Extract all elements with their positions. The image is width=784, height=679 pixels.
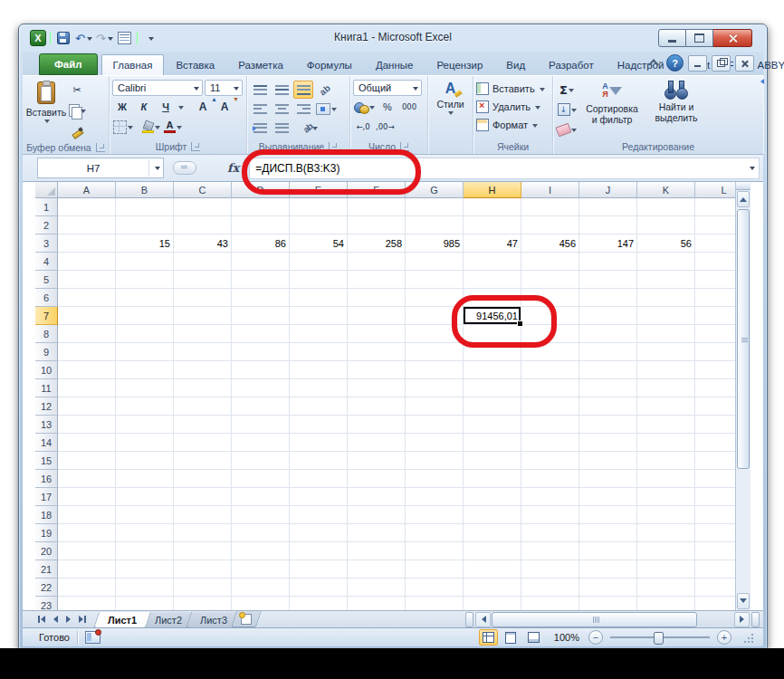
cell-F11[interactable] [348, 379, 406, 397]
cell-C21[interactable] [174, 560, 232, 579]
formula-bar-splitter[interactable] [173, 161, 196, 175]
cell-B14[interactable] [116, 434, 174, 452]
cell-H4[interactable] [464, 253, 521, 271]
delete-cells-button[interactable]: Удалить [476, 99, 550, 115]
cell-G16[interactable] [406, 470, 464, 488]
autosum-button[interactable]: Σ [556, 81, 578, 99]
cell-A7[interactable] [58, 307, 116, 325]
cell-C4[interactable] [174, 253, 232, 271]
grow-font-button[interactable]: А▲ [193, 98, 213, 116]
cell-E7[interactable] [290, 307, 348, 325]
increase-indent-button[interactable] [272, 119, 292, 137]
row-header-14[interactable]: 14 [35, 434, 58, 452]
cell-K12[interactable] [637, 397, 695, 416]
wrap-text-button[interactable]: ab [301, 119, 320, 137]
cell-A2[interactable] [58, 216, 116, 234]
cell-I7[interactable] [521, 307, 579, 325]
cell-E1[interactable] [290, 198, 348, 216]
copy-button[interactable] [67, 101, 87, 120]
italic-button[interactable]: К [134, 98, 154, 116]
cell-G18[interactable] [406, 506, 464, 524]
zoom-in-button[interactable]: + [717, 630, 731, 645]
horizontal-scroll-thumb[interactable] [492, 612, 697, 627]
cell-L3[interactable] [695, 234, 739, 253]
cell-H20[interactable] [464, 542, 521, 560]
cell-C12[interactable] [174, 397, 232, 416]
cell-K22[interactable] [637, 579, 695, 597]
column-header-I[interactable]: I [521, 182, 579, 198]
cell-D5[interactable] [232, 271, 290, 289]
cell-F7[interactable] [348, 307, 406, 325]
cell-D3[interactable]: 86 [232, 234, 290, 253]
cell-L13[interactable] [695, 416, 739, 434]
cell-E4[interactable] [290, 253, 348, 271]
cell-L10[interactable] [695, 361, 739, 379]
cell-H8[interactable] [464, 325, 521, 343]
cell-I5[interactable] [521, 271, 579, 289]
cell-D22[interactable] [232, 579, 290, 597]
row-header-18[interactable]: 18 [35, 506, 58, 524]
cell-H12[interactable] [464, 397, 521, 416]
cell-I3[interactable]: 456 [521, 234, 579, 253]
underline-button[interactable]: Ч [156, 98, 176, 116]
cell-D12[interactable] [232, 397, 290, 416]
cell-K20[interactable] [637, 542, 695, 560]
cell-H2[interactable] [464, 216, 521, 234]
cell-B4[interactable] [116, 253, 174, 271]
cell-F23[interactable] [348, 597, 406, 610]
cell-H16[interactable] [464, 470, 521, 488]
cell-C6[interactable] [174, 289, 232, 307]
ribbon-tab-Файл[interactable]: Файл [39, 53, 98, 75]
cell-G1[interactable] [406, 198, 464, 216]
cell-B11[interactable] [116, 379, 174, 397]
cell-C17[interactable] [174, 488, 232, 506]
resize-grip[interactable] [742, 632, 754, 644]
row-header-17[interactable]: 17 [35, 488, 58, 506]
cell-G20[interactable] [406, 542, 464, 560]
cell-B15[interactable] [116, 452, 174, 470]
ribbon-tab-Вид[interactable]: Вид [494, 54, 537, 75]
cell-L12[interactable] [695, 397, 739, 416]
sort-filter-button[interactable]: АЯ Сортировка и фильтр [579, 78, 645, 139]
cell-J12[interactable] [579, 397, 637, 416]
scroll-down-button[interactable] [737, 593, 750, 609]
cell-C1[interactable] [174, 198, 232, 216]
cell-E18[interactable] [290, 506, 348, 524]
cell-J23[interactable] [579, 597, 637, 610]
cell-I22[interactable] [521, 579, 579, 597]
cell-H11[interactable] [464, 379, 521, 397]
cell-F17[interactable] [348, 488, 406, 506]
cell-D21[interactable] [232, 560, 290, 579]
cell-A11[interactable] [58, 379, 116, 397]
cell-K15[interactable] [637, 452, 695, 470]
cell-G4[interactable] [406, 253, 464, 271]
cell-G14[interactable] [406, 434, 464, 452]
cell-G11[interactable] [406, 379, 464, 397]
cell-E10[interactable] [290, 361, 348, 379]
cell-D18[interactable] [232, 506, 290, 524]
cell-L18[interactable] [695, 506, 739, 524]
cell-E9[interactable] [290, 343, 348, 361]
cell-J2[interactable] [579, 216, 637, 234]
cell-G23[interactable] [406, 597, 464, 610]
maximize-button[interactable] [686, 29, 713, 47]
cell-A14[interactable] [58, 434, 116, 452]
cell-C23[interactable] [174, 597, 232, 610]
scroll-up-button[interactable] [737, 191, 750, 207]
column-header-F[interactable]: F [348, 182, 406, 198]
cell-B21[interactable] [116, 560, 174, 579]
row-header-16[interactable]: 16 [35, 470, 58, 488]
page-break-view-button[interactable] [524, 629, 543, 646]
cell-G2[interactable] [406, 216, 464, 234]
cell-F14[interactable] [348, 434, 406, 452]
cell-D14[interactable] [232, 434, 290, 452]
vertical-split-handle[interactable] [736, 182, 751, 190]
cell-K13[interactable] [637, 416, 695, 434]
cell-F10[interactable] [348, 361, 406, 379]
column-header-A[interactable]: A [58, 182, 116, 198]
cell-I15[interactable] [521, 452, 579, 470]
ribbon-tab-Данные[interactable]: Данные [364, 54, 425, 75]
cell-E2[interactable] [290, 216, 348, 234]
cell-C18[interactable] [174, 506, 232, 524]
cell-E12[interactable] [290, 397, 348, 416]
